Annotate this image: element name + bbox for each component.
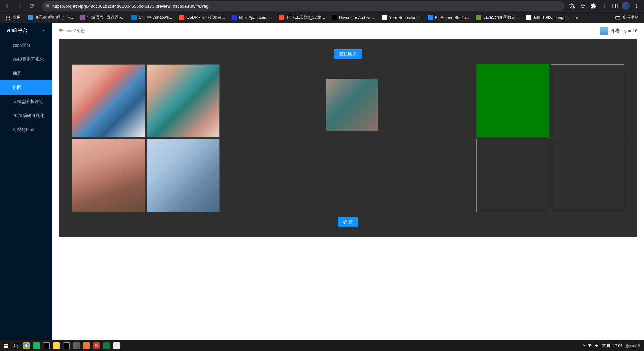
puzzle-container bbox=[65, 64, 631, 212]
url-text: https://project-iprj649dc061b2ce4d610045… bbox=[52, 4, 208, 9]
svg-point-12 bbox=[8, 17, 9, 18]
apps-shortcut[interactable]: 应用 bbox=[3, 13, 23, 22]
bookmark-favicon bbox=[232, 15, 237, 20]
svg-rect-2 bbox=[46, 6, 49, 7]
bookmark-favicon bbox=[382, 15, 387, 20]
svg-point-14 bbox=[6, 19, 7, 20]
bookmark-favicon bbox=[179, 15, 184, 20]
nav-back-button[interactable] bbox=[3, 1, 12, 11]
nav-reload-button[interactable] bbox=[27, 1, 36, 11]
target-drop-zone[interactable] bbox=[551, 64, 624, 137]
bookmark-favicon bbox=[332, 15, 337, 20]
divider-icon: | bbox=[600, 1, 609, 11]
author-avatar[interactable] bbox=[600, 27, 608, 35]
svg-point-15 bbox=[8, 19, 9, 20]
target-drop-zone[interactable] bbox=[551, 139, 624, 212]
bookmark-item[interactable]: THREE实战4_3D纹... bbox=[276, 13, 328, 22]
all-bookmarks[interactable]: 所有书签 bbox=[612, 13, 641, 22]
author-info: 作者：yma16 bbox=[600, 27, 637, 35]
sidebar-header[interactable]: vue3 平台 bbox=[0, 23, 52, 38]
bookmark-favicon bbox=[28, 15, 33, 20]
confirm-button[interactable]: 确 定 bbox=[338, 217, 358, 227]
bookmark-favicon bbox=[131, 15, 137, 20]
svg-point-11 bbox=[6, 17, 7, 18]
main-content: vue3平台 作者：yma16 随机顺序 确 定 bbox=[52, 23, 644, 340]
svg-rect-0 bbox=[46, 4, 49, 5]
svg-point-9 bbox=[8, 16, 9, 17]
svg-point-7 bbox=[636, 7, 637, 8]
svg-point-13 bbox=[9, 17, 10, 18]
source-tile[interactable] bbox=[147, 139, 220, 212]
extensions-icon[interactable] bbox=[589, 1, 598, 11]
browser-menu-icon[interactable] bbox=[632, 1, 641, 11]
collapse-menu-icon[interactable] bbox=[59, 28, 64, 34]
content-area: 随机顺序 确 定 bbox=[52, 39, 644, 340]
svg-point-10 bbox=[9, 16, 10, 17]
bookmark-item[interactable]: Your Repositories bbox=[379, 13, 423, 22]
breadcrumb: vue3平台 bbox=[59, 28, 85, 34]
sidebar-item[interactable]: csdn查分 bbox=[0, 38, 52, 52]
shuffle-button[interactable]: 随机顺序 bbox=[334, 49, 362, 59]
chevron-up-icon bbox=[41, 28, 45, 33]
sidebar-item[interactable]: 拼图 bbox=[0, 80, 52, 95]
chrome-actions: | bbox=[567, 1, 641, 11]
breadcrumb-text: vue3平台 bbox=[67, 28, 85, 34]
sidebar-item[interactable]: 大模型分析评论 bbox=[0, 95, 52, 109]
bookmark-item[interactable]: CSDN - 专业开发者... bbox=[176, 13, 228, 22]
sidebar-item[interactable]: vue3赛道可视化 bbox=[0, 52, 52, 66]
target-drop-zone[interactable] bbox=[476, 139, 549, 212]
bookmark-favicon bbox=[80, 15, 85, 20]
sidebar-item[interactable]: 可视化html bbox=[0, 123, 52, 137]
bookmark-item[interactable]: C++ 中 Windows... bbox=[129, 13, 175, 22]
bookmark-favicon bbox=[428, 15, 433, 20]
bookmarks-more[interactable]: » bbox=[573, 14, 581, 21]
target-grid bbox=[476, 64, 624, 212]
profile-avatar[interactable] bbox=[621, 1, 631, 11]
bookmark-item[interactable]: BigScreen Studio... bbox=[425, 13, 472, 22]
app-container: vue3 平台 csdn查分vue3赛道可视化抽奖拼图大模型分析评论2023编码… bbox=[0, 23, 644, 340]
sidebar-item[interactable]: 抽奖 bbox=[0, 66, 52, 80]
bookmark-favicon bbox=[279, 15, 284, 20]
source-tile[interactable] bbox=[72, 64, 145, 137]
secure-icon bbox=[45, 3, 50, 9]
source-tile[interactable] bbox=[72, 139, 145, 212]
url-bar[interactable]: https://project-iprj649dc061b2ce4d610045… bbox=[42, 1, 565, 11]
browser-chrome: https://project-iprj649dc061b2ce4d610045… bbox=[0, 0, 644, 12]
bookmarks-bar: 应用 资讯-哔哩哔哩（゜-...汇编语言 | 寄存器 -...C++ 中 Win… bbox=[0, 12, 644, 23]
source-grid bbox=[72, 64, 220, 212]
bookmark-item[interactable]: JeffLi1993/springb... bbox=[523, 13, 572, 22]
puzzle-game-area: 随机顺序 确 定 bbox=[59, 39, 637, 237]
svg-point-5 bbox=[636, 4, 637, 5]
sidebar-item[interactable]: 2023编码可视化 bbox=[0, 109, 52, 123]
bookmark-favicon bbox=[526, 15, 531, 20]
bookmark-star-icon[interactable] bbox=[578, 1, 588, 11]
bookmark-item[interactable]: 资讯-哔哩哔哩（゜-... bbox=[25, 13, 76, 22]
svg-point-8 bbox=[6, 16, 7, 17]
svg-point-16 bbox=[9, 19, 10, 20]
svg-rect-3 bbox=[613, 4, 617, 8]
bookmark-favicon bbox=[476, 15, 481, 20]
nav-forward-button[interactable] bbox=[15, 1, 24, 11]
bookmark-item[interactable]: 汇编语言 | 寄存器 -... bbox=[77, 13, 127, 22]
source-tile[interactable] bbox=[147, 64, 220, 137]
bookmark-item[interactable]: JavaScript 函数定... bbox=[473, 13, 521, 22]
bookmark-item[interactable]: https://pan.baidu... bbox=[229, 13, 275, 22]
dragging-tile[interactable] bbox=[326, 79, 378, 131]
svg-point-6 bbox=[636, 6, 637, 7]
bookmark-item[interactable]: Devcenter Archive... bbox=[329, 13, 378, 22]
target-drop-zone[interactable] bbox=[476, 64, 549, 137]
translate-icon[interactable] bbox=[567, 1, 577, 11]
author-label: 作者：yma16 bbox=[611, 28, 637, 34]
topbar: vue3平台 作者：yma16 bbox=[52, 23, 644, 39]
svg-rect-1 bbox=[46, 5, 49, 6]
sidepanel-icon[interactable] bbox=[610, 1, 620, 11]
sidebar: vue3 平台 csdn查分vue3赛道可视化抽奖拼图大模型分析评论2023编码… bbox=[0, 23, 52, 340]
